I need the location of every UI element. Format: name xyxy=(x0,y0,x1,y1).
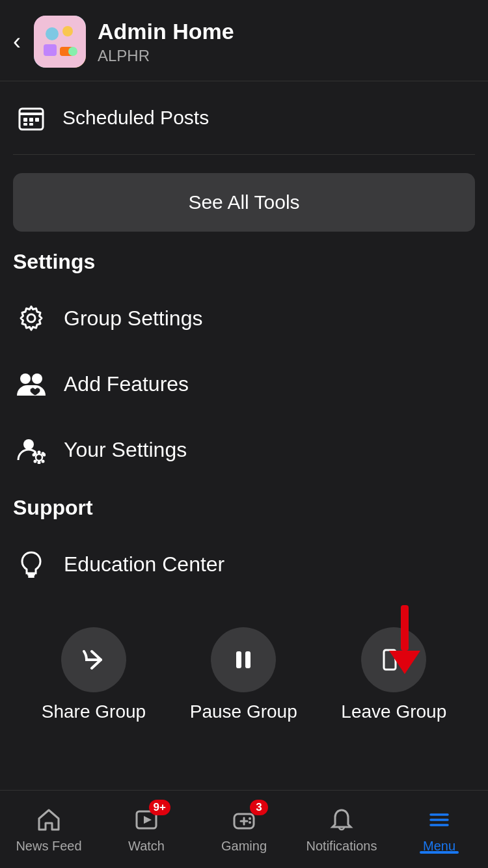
svg-point-22 xyxy=(34,452,37,455)
people-heart-icon xyxy=(13,366,49,402)
svg-point-23 xyxy=(42,460,45,463)
svg-rect-10 xyxy=(35,118,39,122)
support-section-header: Support xyxy=(13,496,475,520)
svg-marker-32 xyxy=(144,816,152,824)
svg-point-24 xyxy=(34,460,37,463)
nav-watch[interactable]: 9+ Watch xyxy=(98,805,195,854)
header: ‹ Admin Home ALPHR xyxy=(0,0,488,81)
gaming-icon: 3 xyxy=(229,805,259,835)
nav-notifications[interactable]: Notifications xyxy=(293,805,390,854)
svg-point-2 xyxy=(62,26,73,36)
svg-rect-26 xyxy=(27,573,35,576)
add-features-label: Add Features xyxy=(64,372,189,396)
education-center-item[interactable]: Education Center xyxy=(13,532,475,597)
svg-point-17 xyxy=(36,454,42,461)
nav-news-feed[interactable]: News Feed xyxy=(0,805,98,854)
nav-gaming[interactable]: 3 Gaming xyxy=(195,805,293,854)
scheduled-posts-icon xyxy=(13,100,49,136)
red-arrow-annotation xyxy=(389,605,420,674)
scheduled-posts-item[interactable]: Scheduled Posts xyxy=(13,81,475,155)
svg-point-1 xyxy=(46,27,59,40)
svg-rect-11 xyxy=(23,123,27,126)
share-group-action[interactable]: Share Group xyxy=(42,627,146,722)
svg-rect-0 xyxy=(34,16,86,68)
lightbulb-icon xyxy=(13,546,49,582)
see-all-tools-button[interactable]: See All Tools xyxy=(13,173,475,232)
person-gear-icon xyxy=(13,431,49,468)
nav-notifications-label: Notifications xyxy=(306,839,377,854)
your-settings-item[interactable]: Your Settings xyxy=(13,417,475,483)
group-subtitle: ALPHR xyxy=(98,47,234,65)
nav-menu[interactable]: Menu xyxy=(390,805,488,854)
svg-rect-3 xyxy=(44,44,57,56)
nav-watch-label: Watch xyxy=(128,839,165,854)
svg-point-18 xyxy=(38,451,41,454)
svg-point-16 xyxy=(23,439,34,450)
menu-icon xyxy=(424,805,454,835)
scheduled-posts-label: Scheduled Posts xyxy=(62,107,209,129)
support-section: Support Education Center xyxy=(13,496,475,597)
gear-icon xyxy=(13,300,49,336)
svg-rect-28 xyxy=(236,651,241,668)
your-settings-label: Your Settings xyxy=(64,438,187,462)
watch-badge: 9+ xyxy=(149,800,170,815)
svg-point-25 xyxy=(42,452,45,455)
svg-rect-27 xyxy=(28,576,34,578)
svg-point-5 xyxy=(68,47,77,56)
menu-active-indicator xyxy=(420,851,459,854)
group-settings-label: Group Settings xyxy=(64,306,202,331)
settings-section-header: Settings xyxy=(13,250,475,274)
play-icon: 9+ xyxy=(131,805,161,835)
svg-rect-12 xyxy=(29,123,33,126)
group-avatar xyxy=(34,16,86,68)
svg-rect-8 xyxy=(23,118,27,122)
leave-group-label: Leave Group xyxy=(341,701,446,722)
svg-rect-29 xyxy=(245,651,251,668)
group-info: Admin Home ALPHR xyxy=(98,19,234,65)
home-icon xyxy=(34,805,64,835)
add-features-item[interactable]: Add Features xyxy=(13,351,475,417)
share-group-label: Share Group xyxy=(42,701,146,722)
share-group-circle xyxy=(61,627,126,692)
pause-group-circle xyxy=(211,627,276,692)
back-button[interactable]: ‹ xyxy=(13,30,21,53)
svg-point-37 xyxy=(249,821,251,824)
nav-gaming-label: Gaming xyxy=(221,839,267,854)
svg-point-14 xyxy=(20,373,31,384)
bell-icon xyxy=(327,805,357,835)
svg-point-13 xyxy=(27,314,35,322)
svg-point-36 xyxy=(249,817,251,820)
svg-rect-7 xyxy=(20,113,43,115)
nav-news-feed-label: News Feed xyxy=(16,839,81,854)
group-name: Admin Home xyxy=(98,19,234,44)
svg-point-19 xyxy=(38,461,41,465)
gaming-badge: 3 xyxy=(250,800,268,815)
svg-point-15 xyxy=(32,373,42,384)
bottom-nav: News Feed 9+ Watch 3 Gaming xyxy=(0,790,488,868)
education-center-label: Education Center xyxy=(64,552,224,576)
pause-group-action[interactable]: Pause Group xyxy=(190,627,297,722)
svg-rect-9 xyxy=(29,118,33,122)
group-settings-item[interactable]: Group Settings xyxy=(13,286,475,351)
pause-group-label: Pause Group xyxy=(190,701,297,722)
